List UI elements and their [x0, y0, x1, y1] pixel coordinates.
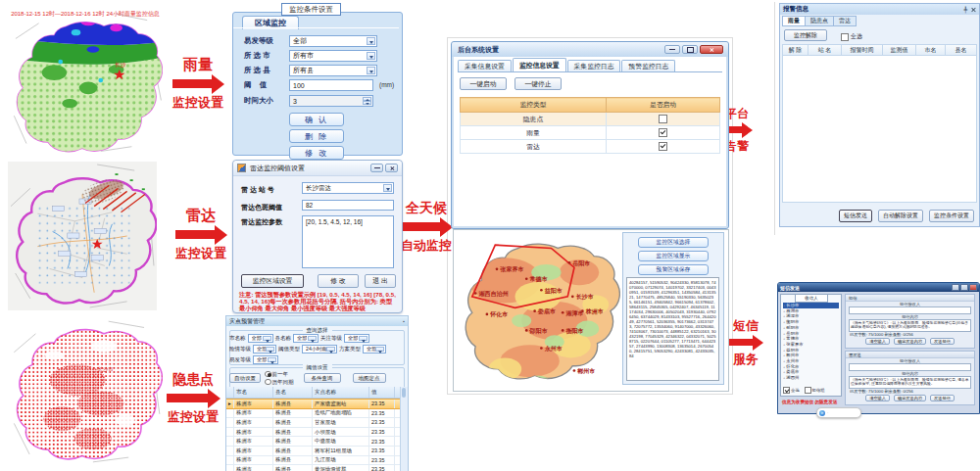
send-sms-button[interactable]: 发送短信	[930, 395, 955, 401]
content-textarea[interactable]: 《湖南天气预警693号》: 以上为最新降雨、险情等监测预警信息(已包含超阈值通知…	[849, 319, 971, 332]
minimize-button[interactable]	[664, 45, 680, 54]
attention-level-select[interactable]: 全部	[344, 334, 369, 343]
table-row[interactable]: 株洲市株洲县中塘屋场23.35	[226, 437, 401, 447]
table-row[interactable]: ▸株洲市株洲县严家塘监测站23.35	[226, 399, 401, 409]
clear-input-button[interactable]: 清空输入	[865, 395, 890, 401]
tab-collect-log[interactable]: 采集监控日志	[567, 60, 621, 71]
col-enabled[interactable]: 是否启动	[607, 98, 720, 113]
region-save-button[interactable]: 预警区域保存	[638, 264, 709, 275]
pin-icon[interactable]: ▪	[403, 318, 405, 324]
select-all-checkbox[interactable]	[783, 387, 790, 394]
threshold-type-select[interactable]: 24小时雨量	[302, 345, 337, 353]
table-row[interactable]: 株洲市株洲县造纸厂地面塌陷23.35	[226, 409, 401, 419]
checkbox-danger-unchecked[interactable]	[659, 115, 667, 123]
clear-input-button[interactable]: 清空输入	[865, 338, 890, 345]
content-textarea[interactable]: 《湖南天气预警693号》: 以上为最新降雨、险情等监测预警信息, 请各单位值班值…	[849, 376, 971, 389]
recipient-tree[interactable]: 长沙市 株洲市 湘潭市 衡阳市 邵阳市 岳阳市 常德市 张家界市 益阳市 郴州市…	[783, 303, 839, 384]
tray-badge[interactable]: e ·	[816, 407, 861, 418]
tab-monitor-settings[interactable]: 监控信息设置	[513, 58, 566, 71]
checkbox-icon[interactable]	[841, 33, 849, 41]
recipient-textarea[interactable]	[849, 363, 971, 371]
modify-button[interactable]: 修 改	[318, 274, 359, 288]
tab-radar[interactable]: 雷达	[834, 16, 857, 26]
release-monitor-button[interactable]: 监控解除	[784, 29, 827, 41]
tab-warning-log[interactable]: 预警监控日志	[621, 60, 675, 71]
col-monitor-type[interactable]: 监控类型	[461, 98, 607, 113]
maximize-button[interactable]	[682, 45, 698, 54]
recipient-tab[interactable]: 收信人	[795, 294, 828, 303]
region-show-button[interactable]: 监控区域显示	[638, 251, 709, 261]
table-row[interactable]: 株洲市株洲县甘家屋场23.35	[226, 418, 401, 428]
dropdown-arrow-icon[interactable]	[266, 347, 274, 352]
tab-collect-settings[interactable]: 采集信息设置	[458, 60, 512, 71]
city-name-select[interactable]: 全部	[248, 334, 273, 343]
close-icon[interactable]	[970, 7, 975, 12]
dropdown-arrow-icon[interactable]	[263, 336, 271, 341]
tab-danger-points[interactable]: 隐患点	[806, 16, 834, 26]
recipient-textarea[interactable]	[849, 306, 971, 314]
time-size-stepper[interactable]: 3	[289, 95, 373, 107]
radar-threshold-input[interactable]: 82	[302, 200, 394, 211]
dropdown-arrow-icon[interactable]	[359, 336, 368, 341]
table-row[interactable]: 雷达	[461, 140, 720, 154]
tab-rain[interactable]: 雨量	[782, 16, 806, 26]
dropdown-arrow-icon[interactable]	[367, 52, 375, 60]
confirm-content-button[interactable]: 确定发送内容	[894, 338, 926, 345]
monitor-region-settings-button[interactable]: 监控区域设置	[241, 274, 304, 288]
select-all-checkbox[interactable]: 全选	[841, 32, 862, 41]
sms-group-checkbox[interactable]	[805, 387, 811, 394]
city-select[interactable]: 所有市	[289, 50, 377, 62]
sms-titlebar[interactable]: 短信发送	[778, 283, 979, 292]
exit-button[interactable]: 退 出	[365, 274, 396, 288]
dropdown-arrow-icon[interactable]	[367, 67, 375, 74]
dropdown-arrow-icon[interactable]	[308, 336, 317, 341]
stepper-arrows-icon[interactable]	[363, 97, 371, 105]
close-button[interactable]	[969, 284, 977, 291]
plan-type-select[interactable]: 全部	[363, 345, 386, 353]
modify-button[interactable]: 修 改	[289, 146, 344, 160]
dropdown-arrow-icon[interactable]	[268, 357, 276, 362]
radar-params-textarea[interactable]: [20, 1.5, 4.5, 12, 16]	[302, 215, 394, 268]
minimize-button[interactable]	[952, 284, 959, 291]
table-row[interactable]: 隐患点	[461, 113, 720, 126]
auto-release-settings-button[interactable]: 自动解除设置	[878, 210, 923, 222]
vertical-scrollbar[interactable]	[400, 387, 408, 471]
confirm-button[interactable]: 确 认	[289, 113, 344, 126]
condition-query-button[interactable]: 条件查询	[304, 373, 341, 383]
danger-table-header[interactable]: 市名 县名 灾点名称 值	[226, 387, 401, 399]
prone-level-select[interactable]: 全部	[289, 35, 377, 47]
table-row[interactable]: 株洲市株洲县黄泥坳滑坡群23.35	[226, 465, 401, 471]
radar-station-select[interactable]: 长沙雷达	[302, 182, 394, 194]
dropdown-arrow-icon[interactable]	[326, 347, 335, 352]
sms-send-button[interactable]: 短信发送	[839, 210, 872, 222]
delete-button[interactable]: 删 除	[289, 129, 344, 143]
checkbox-rain-checked[interactable]	[659, 128, 667, 137]
checkbox-radar-checked[interactable]	[659, 142, 667, 151]
monitor-condition-settings-button[interactable]: 监控条件设置	[929, 210, 974, 222]
table-row[interactable]: 株洲市株洲县小坝屋场23.35	[226, 428, 401, 438]
dropdown-arrow-icon[interactable]	[383, 184, 392, 192]
map-point-button[interactable]: 地图定点	[353, 373, 386, 383]
county-select[interactable]: 所有县	[289, 65, 377, 76]
alarm-table-header[interactable]: 解 除 站 名 报警时间 监测值 市名 县名	[782, 44, 977, 56]
backend-window-titlebar[interactable]: 后台系统设置	[452, 42, 728, 57]
county-name-select[interactable]: 全部	[293, 334, 318, 343]
radio-prev-year[interactable]	[265, 371, 271, 378]
dropdown-arrow-icon[interactable]	[375, 347, 384, 352]
threshold-input[interactable]: 100	[289, 79, 373, 91]
close-button[interactable]	[700, 45, 723, 54]
station-codes-textarea[interactable]: 40284157, 51590532, 90424330, 85813078, …	[626, 277, 719, 381]
minimize-button[interactable]	[370, 164, 383, 172]
table-row[interactable]: 雨量	[461, 126, 720, 140]
auto-hide-pin-icon[interactable]: ╇	[963, 6, 967, 13]
region-select-button[interactable]: 监控区域选择	[638, 237, 709, 248]
table-row[interactable]: 株洲市株洲县九江屋场23.35	[226, 456, 401, 466]
risk-level-select[interactable]: 全部	[253, 345, 276, 353]
prone-level-select[interactable]: 全部	[253, 355, 278, 364]
radio-history[interactable]	[265, 379, 271, 386]
maximize-button[interactable]	[960, 284, 968, 291]
table-row[interactable]: 株洲市株洲县将军村11组屋场23.35	[226, 447, 401, 456]
confirm-content-button[interactable]: 确定发送内容	[894, 395, 926, 401]
alarm-table-body[interactable]	[782, 56, 977, 203]
auto-set-button[interactable]: 自动设置	[229, 373, 261, 383]
